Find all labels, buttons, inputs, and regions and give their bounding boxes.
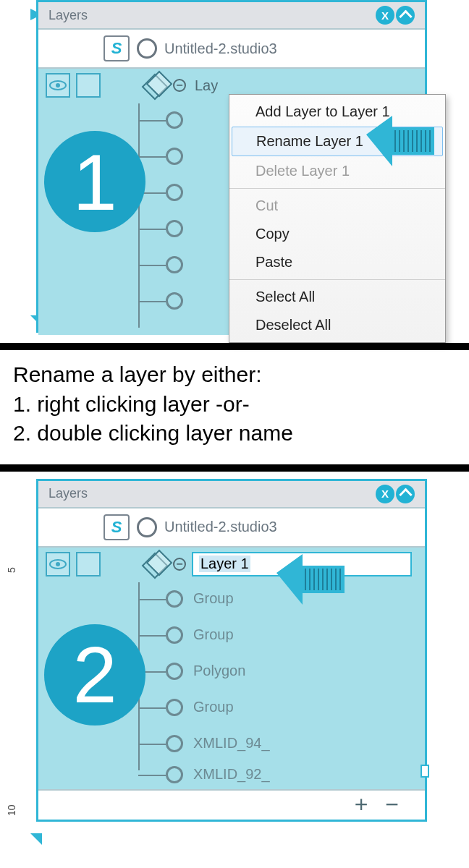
document-thumb-icon: S xyxy=(103,35,130,61)
layer-rename-value: Layer 1 xyxy=(199,556,250,572)
visibility-toggle[interactable] xyxy=(46,73,70,98)
child-label: Group xyxy=(193,699,234,715)
child-label: Group xyxy=(193,626,234,643)
close-panel-button[interactable]: X xyxy=(376,485,394,503)
shape-circle-icon xyxy=(166,699,183,716)
document-row[interactable]: S Untitled-2.studio3 xyxy=(38,509,425,548)
ruler-marker-icon xyxy=(30,833,42,845)
step-2-container: 5 10 Layers X S Untitled-2.studio3 xyxy=(0,472,469,859)
document-name: Untitled-2.studio3 xyxy=(164,41,277,57)
step-1-container: Layers X S Untitled-2.studio3 − L xyxy=(0,0,469,343)
eye-icon xyxy=(49,80,67,90)
shape-circle-icon xyxy=(137,38,157,59)
shape-circle-icon xyxy=(166,766,183,783)
child-label: XMLID_92_ xyxy=(193,766,270,783)
document-name: Untitled-2.studio3 xyxy=(164,519,277,535)
close-panel-button[interactable]: X xyxy=(376,6,394,25)
shape-circle-icon xyxy=(166,626,183,644)
lock-toggle[interactable] xyxy=(76,552,101,576)
collapse-panel-button[interactable] xyxy=(396,485,415,503)
layers-panel: Layers X S Untitled-2.studio3 − xyxy=(36,479,427,822)
child-label: XMLID_94_ xyxy=(193,735,270,752)
step-number-badge: 1 xyxy=(44,131,145,232)
remove-layer-button[interactable]: − xyxy=(385,791,399,818)
layers-icon xyxy=(145,75,167,96)
panel-header: Layers X xyxy=(38,2,425,30)
layer-child-row[interactable]: Group xyxy=(166,689,425,726)
vertical-ruler xyxy=(0,0,29,343)
visibility-toggle[interactable] xyxy=(46,552,70,576)
scroll-handle[interactable] xyxy=(421,765,429,778)
eye-icon xyxy=(49,559,67,569)
menu-item-deselect-all[interactable]: Deselect All xyxy=(229,311,445,339)
shape-circle-icon xyxy=(166,220,183,237)
lock-toggle[interactable] xyxy=(76,73,101,98)
layer-child-row[interactable]: XMLID_94_ xyxy=(166,726,425,762)
shape-circle-icon xyxy=(166,184,183,201)
menu-item-paste[interactable]: Paste xyxy=(229,248,445,276)
shape-circle-icon xyxy=(166,111,183,129)
shape-circle-icon xyxy=(166,292,183,310)
document-row[interactable]: S Untitled-2.studio3 xyxy=(38,30,425,69)
layer-tree: − Layer 1 Group Group Polygon Group XMLI… xyxy=(38,548,425,789)
shape-circle-icon xyxy=(166,735,183,752)
menu-item-select-all[interactable]: Select All xyxy=(229,283,445,311)
layer-child-row[interactable]: XMLID_92_ xyxy=(166,762,425,788)
panel-title: Layers xyxy=(48,486,88,501)
tree-connector-line xyxy=(138,103,140,328)
collapse-node-icon[interactable]: − xyxy=(173,558,186,571)
layer-row[interactable]: − Layer 1 xyxy=(38,548,425,581)
caption-line-3: 2. double clicking layer name xyxy=(13,419,456,448)
panel-footer: + − xyxy=(38,789,425,820)
panel-header: Layers X xyxy=(38,481,425,509)
document-thumb-icon: S xyxy=(103,514,130,540)
step-number-badge: 2 xyxy=(44,624,145,726)
caption-line-2: 1. right clicking layer -or- xyxy=(13,390,456,420)
shape-circle-icon xyxy=(166,148,183,165)
shape-circle-icon xyxy=(166,663,183,680)
layer-child-row[interactable]: Group xyxy=(166,617,425,653)
add-layer-button[interactable]: + xyxy=(355,791,368,818)
cursor-arrow-icon xyxy=(275,553,347,610)
collapse-panel-button[interactable] xyxy=(396,6,415,25)
collapse-node-icon[interactable]: − xyxy=(173,79,186,92)
child-label: Polygon xyxy=(193,663,245,679)
section-divider xyxy=(0,464,469,472)
panel-title: Layers xyxy=(48,8,88,23)
layers-icon xyxy=(145,553,167,575)
shape-circle-icon xyxy=(166,256,183,273)
menu-item-cut: Cut xyxy=(229,192,445,220)
cursor-arrow-icon xyxy=(365,114,437,172)
section-divider xyxy=(0,343,469,350)
child-label: Group xyxy=(193,590,234,607)
shape-circle-icon xyxy=(137,517,157,537)
menu-item-copy[interactable]: Copy xyxy=(229,220,445,248)
instruction-caption: Rename a layer by either: 1. right click… xyxy=(0,350,469,464)
shape-circle-icon xyxy=(166,590,183,608)
caption-line-1: Rename a layer by either: xyxy=(13,360,456,390)
layer-name-label[interactable]: Lay xyxy=(192,77,218,94)
layer-child-row[interactable]: Polygon xyxy=(166,653,425,689)
vertical-ruler: 5 10 xyxy=(0,472,29,859)
svg-marker-12 xyxy=(30,833,42,845)
